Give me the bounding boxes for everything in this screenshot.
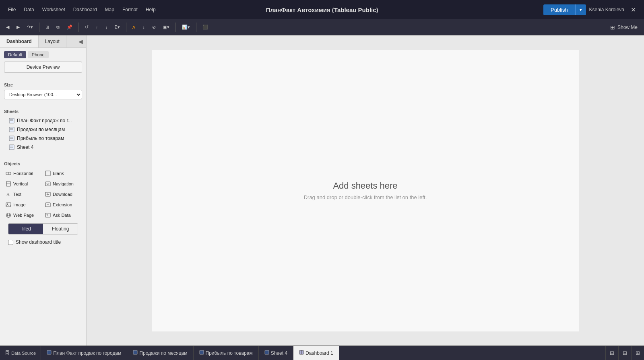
- tiled-button[interactable]: Tiled: [8, 224, 43, 234]
- toolbar-sum-btn[interactable]: Σ▾: [112, 23, 123, 31]
- obj-blank[interactable]: Blank: [43, 169, 82, 178]
- device-options: Default Phone: [4, 51, 82, 58]
- toolbar-sep-4: [175, 23, 176, 32]
- objects-label: Objects: [4, 161, 82, 166]
- toolbar-present-btn[interactable]: ⬛: [200, 23, 211, 31]
- tab-sheet-0[interactable]: План Факт продаж по городам: [41, 346, 127, 360]
- size-label: Size: [4, 82, 82, 87]
- svg-rect-33: [265, 350, 269, 354]
- show-title-row: Show dashboard title: [4, 238, 82, 247]
- toolbar-highlight-btn[interactable]: A: [130, 23, 138, 31]
- tab-dashboard[interactable]: Dashboard: [0, 35, 39, 47]
- obj-vertical[interactable]: Vertical: [4, 179, 43, 189]
- sheet-item-2[interactable]: Прибыль по товарам: [8, 134, 78, 143]
- obj-webpage-label: Web Page: [13, 213, 34, 218]
- menu-format[interactable]: Format: [119, 5, 141, 14]
- panel-collapse-btn[interactable]: ◀: [75, 37, 86, 46]
- obj-text[interactable]: A Text: [4, 189, 43, 199]
- blank-icon: [45, 171, 51, 176]
- tiled-floating-toggle: Tiled Floating: [8, 223, 78, 235]
- toolbar-back-btn[interactable]: ◀: [3, 23, 12, 31]
- obj-navigation[interactable]: Navigation: [43, 179, 82, 189]
- askdata-icon: ?: [45, 212, 51, 218]
- data-source-tab[interactable]: 🗄 Data Source: [0, 346, 41, 360]
- obj-download[interactable]: Download: [43, 189, 82, 199]
- toolbar-sort2-btn[interactable]: ↕: [140, 23, 148, 31]
- publish-button[interactable]: Publish: [543, 4, 575, 15]
- svg-rect-31: [133, 350, 137, 354]
- toolbar-pin-btn[interactable]: 📌: [64, 23, 75, 31]
- obj-webpage[interactable]: Web Page: [4, 210, 43, 220]
- sheet-icon-3: [9, 144, 14, 150]
- toolbar-refresh-btn[interactable]: ↺: [82, 23, 91, 31]
- objects-section: Objects Horizontal Blank: [0, 155, 86, 250]
- vertical-icon: [6, 181, 11, 187]
- sheet-item-3[interactable]: Sheet 4: [8, 143, 78, 152]
- toolbar-sep-3: [126, 23, 126, 32]
- toolbar-forward-btn[interactable]: ▶: [14, 23, 23, 31]
- sheet-name-2: Прибыль по товарам: [17, 136, 64, 141]
- panel-tabs: Dashboard Layout ◀: [0, 35, 86, 48]
- toolbar-sort-asc-btn[interactable]: ↑: [93, 23, 101, 31]
- tab-sheet-3[interactable]: Sheet 4: [259, 346, 293, 360]
- tab-sheet-1[interactable]: Продажи по месяцам: [127, 346, 193, 360]
- dashboard-tab-icon: [299, 350, 304, 356]
- left-panel: Dashboard Layout ◀ Default Phone Device …: [0, 35, 87, 346]
- obj-image[interactable]: Image: [4, 200, 43, 210]
- main-area: Dashboard Layout ◀ Default Phone Device …: [0, 35, 644, 346]
- size-dropdown[interactable]: Desktop Browser (100...: [4, 90, 82, 99]
- sheet-item-1[interactable]: Продажи по месяцам: [8, 125, 78, 134]
- device-phone-btn[interactable]: Phone: [28, 51, 49, 58]
- toolbar-duplicate-btn[interactable]: ⧉: [54, 23, 62, 31]
- obj-askdata-label: Ask Data: [53, 213, 71, 218]
- show-me-icon: ⊞: [610, 24, 615, 31]
- status-add-sheet-btn[interactable]: ⊞: [605, 346, 618, 360]
- canvas-area: Add sheets here Drag and drop or double-…: [87, 35, 644, 346]
- tab-label-3: Sheet 4: [271, 350, 287, 356]
- toolbar-new-sheet-btn[interactable]: ⊞: [43, 23, 52, 31]
- image-icon: [6, 202, 11, 208]
- obj-extension[interactable]: Extension: [43, 200, 82, 210]
- toolbar-viz-btn[interactable]: 📊▾: [179, 23, 193, 31]
- svg-text:?: ?: [46, 214, 48, 217]
- status-grid-btn[interactable]: ⊟: [618, 346, 631, 360]
- add-sheets-subtitle: Drag and drop or double-click from the l…: [304, 194, 427, 200]
- extension-icon: [45, 202, 51, 208]
- toolbar-filter-btn[interactable]: ⊘: [149, 23, 159, 31]
- menu-data[interactable]: Data: [21, 5, 37, 14]
- menu-worksheet[interactable]: Worksheet: [39, 5, 68, 14]
- toolbar-sort-desc-btn[interactable]: ↓: [103, 23, 111, 31]
- close-button[interactable]: ✕: [627, 4, 639, 15]
- obj-horizontal[interactable]: Horizontal: [4, 169, 43, 178]
- menu-help[interactable]: Help: [142, 5, 159, 14]
- tab-layout[interactable]: Layout: [39, 35, 66, 47]
- size-section: Size Desktop Browser (100...: [0, 76, 86, 103]
- canvas-placeholder: Add sheets here Drag and drop or double-…: [304, 181, 427, 200]
- tab-label-4: Dashboard 1: [305, 350, 333, 356]
- floating-button[interactable]: Floating: [43, 224, 78, 234]
- show-me-button[interactable]: ⊞ Show Me: [607, 23, 641, 32]
- tab-sheet-2[interactable]: Прибыль по товарам: [194, 346, 259, 360]
- show-title-label[interactable]: Show dashboard title: [16, 239, 61, 245]
- menu-dashboard[interactable]: Dashboard: [70, 5, 100, 14]
- add-sheets-title: Add sheets here: [304, 181, 427, 191]
- sheet-icon-1: [9, 127, 14, 132]
- objects-grid: Horizontal Blank Vertical: [4, 169, 82, 220]
- device-default-btn[interactable]: Default: [4, 51, 26, 58]
- tab-dashboard-1[interactable]: Dashboard 1: [293, 346, 339, 360]
- toolbar-sep-2: [78, 23, 79, 32]
- menu-map[interactable]: Map: [102, 5, 118, 14]
- sheet-tab-icon-3: [264, 350, 269, 356]
- toolbar-format-btn[interactable]: ▣▾: [160, 23, 172, 31]
- obj-askdata[interactable]: ? Ask Data: [43, 210, 82, 220]
- sheet-item-0[interactable]: План Факт продаж по г...: [8, 116, 78, 125]
- show-title-checkbox[interactable]: [8, 240, 13, 245]
- device-preview-button[interactable]: Device Preview: [4, 62, 82, 73]
- obj-vertical-label: Vertical: [13, 181, 28, 186]
- menu-file[interactable]: File: [5, 5, 19, 14]
- db-icon: 🗄: [5, 350, 10, 356]
- status-menu-btn[interactable]: ⊞: [631, 346, 644, 360]
- toolbar-right: ⊞ Show Me: [607, 23, 641, 32]
- publish-dropdown-button[interactable]: ▼: [575, 4, 586, 15]
- toolbar-redo-btn[interactable]: ↷▾: [24, 23, 36, 31]
